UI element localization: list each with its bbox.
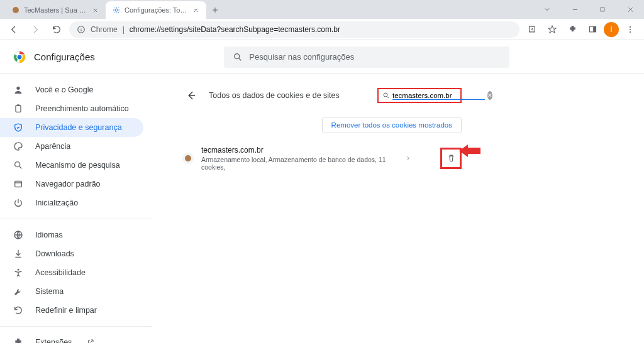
tab-title: Configurações: Todos os dados d [125, 6, 187, 14]
extensions-icon[interactable] [564, 21, 581, 38]
reload-button[interactable] [48, 21, 65, 38]
globe-icon [13, 229, 24, 241]
svg-rect-16 [17, 104, 19, 106]
window-titlebar: TecMasters | Sua dose diária de T Config… [0, 0, 644, 19]
browser-tab[interactable]: Configurações: Todos os dados d [106, 1, 206, 19]
chrome-logo-icon [13, 50, 26, 64]
settings-layout: Você e o GooglePreenchimento automáticoP… [0, 74, 644, 343]
svg-point-14 [16, 87, 19, 90]
svg-point-23 [384, 93, 387, 97]
new-tab-button[interactable] [206, 1, 224, 19]
sidebar-item-label: Mecanismo de pesquisa [35, 161, 120, 170]
clear-search-icon[interactable]: ✕ [487, 91, 492, 100]
settings-search-placeholder: Pesquisar nas configurações [249, 52, 354, 62]
delete-highlight [440, 148, 462, 170]
sidebar-item-autofill[interactable]: Preenchimento automático [0, 99, 143, 118]
browser-toolbar: Chrome | chrome://settings/siteData?sear… [0, 19, 644, 40]
palette-icon [13, 141, 24, 152]
sidebar-item-label: Extensões [35, 338, 72, 343]
download-icon [13, 248, 24, 259]
window-controls [533, 0, 644, 19]
sidebar-item-label: Privacidade e segurança [35, 123, 122, 132]
minimize-button[interactable] [561, 0, 589, 19]
svg-point-24 [185, 155, 191, 161]
sidebar-item-label: Você e o Google [35, 85, 93, 94]
reset-icon [13, 305, 24, 316]
tab-favicon-tecmasters-icon [11, 6, 20, 14]
svg-point-20 [18, 269, 19, 271]
remove-all-button[interactable]: Remover todos os cookies mostrados [322, 117, 462, 133]
section-title: Todos os dados de cookies e de sites [209, 91, 369, 100]
sidebar-item-search[interactable]: Mecanismo de pesquisa [0, 156, 143, 175]
svg-point-17 [15, 162, 20, 167]
back-arrow-icon[interactable] [182, 87, 200, 104]
site-data-search[interactable]: ✕ [377, 88, 462, 103]
search-icon [13, 160, 24, 171]
svg-point-0 [13, 7, 19, 13]
trash-icon [447, 153, 456, 163]
close-window-button[interactable] [616, 0, 644, 19]
sidebar-item-default[interactable]: Navegador padrão [0, 175, 143, 193]
svg-point-1 [115, 9, 118, 11]
tab-favicon-gear-icon [112, 6, 121, 14]
sidebar-item-reset[interactable]: Redefinir e limpar [0, 301, 143, 320]
page-title: Configurações [34, 52, 95, 62]
close-icon[interactable] [191, 6, 200, 14]
search-icon [233, 52, 243, 62]
svg-rect-2 [601, 8, 604, 11]
svg-point-12 [17, 54, 22, 59]
back-button[interactable] [5, 21, 23, 38]
sidebar-item-privacy[interactable]: Privacidade e segurança [0, 118, 143, 137]
settings-search[interactable]: Pesquisar nas configurações [224, 46, 509, 68]
svg-point-4 [80, 27, 81, 28]
maximize-button[interactable] [589, 0, 616, 19]
side-panel-icon[interactable] [584, 21, 601, 38]
chevron-down-icon[interactable] [533, 0, 561, 19]
svg-point-7 [630, 26, 631, 27]
sidebar-item-label: Downloads [35, 249, 74, 258]
menu-icon[interactable] [621, 21, 639, 38]
settings-sidebar: Você e o GooglePreenchimento automáticoP… [0, 74, 152, 343]
browser-tabs: TecMasters | Sua dose diária de T Config… [0, 0, 224, 19]
sidebar-item-you[interactable]: Você e o Google [0, 80, 143, 99]
sidebar-separator [0, 326, 152, 327]
puzzle-icon [13, 337, 24, 343]
svg-rect-6 [593, 26, 596, 32]
sidebar-item-label: Idiomas [35, 231, 63, 239]
delete-site-button[interactable] [444, 151, 458, 165]
sidebar-item-dl[interactable]: Downloads [0, 244, 143, 263]
svg-point-13 [235, 53, 240, 58]
clipboard-icon [13, 103, 24, 114]
sidebar-item-label: Aparência [35, 142, 70, 151]
url-text: chrome://settings/siteData?searchSubpage… [130, 25, 340, 34]
person-icon [13, 84, 24, 95]
site-data-search-input[interactable] [392, 92, 485, 100]
share-icon[interactable] [523, 21, 541, 38]
svg-point-9 [630, 31, 631, 33]
site-row[interactable]: tecmasters.com.br Armazenamento local, A… [182, 143, 462, 173]
bookmark-star-icon[interactable] [543, 21, 561, 38]
profile-avatar[interactable]: I [604, 22, 619, 37]
settings-header: Configurações Pesquisar nas configuraçõe… [0, 40, 644, 74]
sidebar-item-ext[interactable]: Extensões [0, 333, 143, 343]
sidebar-item-lang[interactable]: Idiomas [0, 226, 143, 244]
site-info-icon[interactable] [77, 25, 86, 34]
url-prefix: Chrome [91, 25, 118, 34]
sidebar-item-label: Acessibilidade [35, 268, 86, 277]
sidebar-item-label: Inicialização [35, 199, 78, 207]
browser-tab[interactable]: TecMasters | Sua dose diária de T [5, 1, 106, 19]
sidebar-item-a11y[interactable]: Acessibilidade [0, 263, 143, 282]
address-bar[interactable]: Chrome | chrome://settings/siteData?sear… [69, 21, 519, 38]
sidebar-item-label: Sistema [35, 287, 64, 296]
site-data-card: Todos os dados de cookies e de sites ✕ R… [182, 83, 462, 343]
sidebar-item-label: Redefinir e limpar [35, 306, 97, 315]
forward-button[interactable] [26, 21, 44, 38]
chevron-right-icon[interactable] [402, 155, 414, 161]
shield-icon [13, 122, 24, 133]
close-icon[interactable] [91, 6, 99, 14]
search-icon [382, 92, 390, 99]
sidebar-item-startup[interactable]: Inicialização [0, 193, 143, 212]
sidebar-item-system[interactable]: Sistema [0, 282, 143, 301]
sidebar-item-looks[interactable]: Aparência [0, 137, 143, 156]
svg-rect-15 [16, 106, 21, 112]
